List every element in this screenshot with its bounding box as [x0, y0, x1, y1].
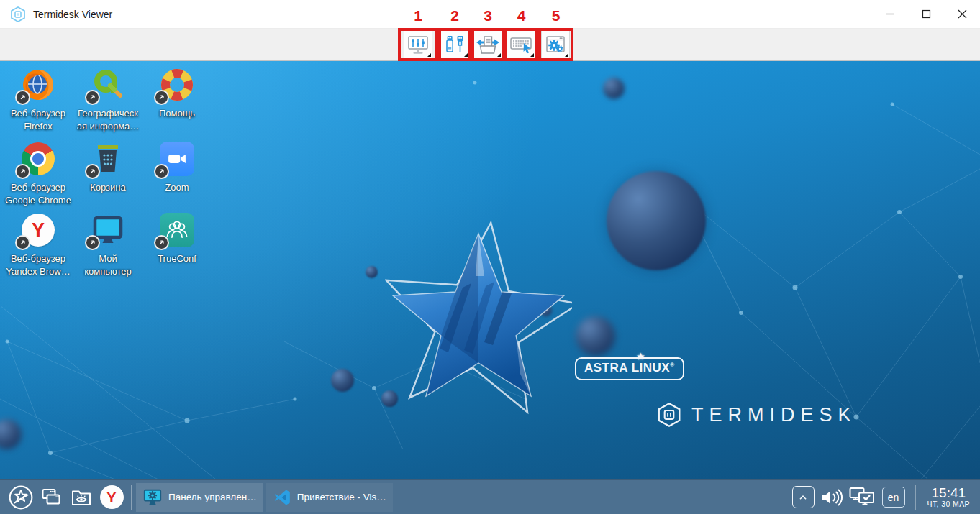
- termidesk-text: TERMIDESK: [691, 404, 857, 426]
- astra-star-graphic: [385, 201, 572, 439]
- task-label: Приветствие - Vis…: [297, 492, 386, 502]
- close-button[interactable]: [944, 0, 980, 28]
- astra-star-icon: ★: [637, 352, 645, 362]
- window-title: Termidesk Viewer: [33, 9, 112, 20]
- icon-label: Географическ: [77, 107, 140, 120]
- wallpaper-sphere: [576, 316, 615, 356]
- icon-label: TrueConf: [158, 252, 196, 265]
- icon-label: Веб-браузер: [6, 252, 70, 265]
- clock-date: ЧТ, 30 МАР: [927, 500, 970, 508]
- icon-label: Корзина: [90, 181, 126, 194]
- wallpaper-sphere: [331, 369, 354, 392]
- desktop-icon-trueconf[interactable]: TrueConf: [142, 212, 212, 265]
- desktop-icon-trash[interactable]: Корзина: [73, 141, 142, 194]
- task-vscode[interactable]: Приветствие - Vis…: [266, 483, 393, 512]
- termidesk-hexagon-icon: [656, 401, 682, 428]
- task-control-panel[interactable]: Панель управлен…: [136, 483, 263, 512]
- desktop-icon-my-computer[interactable]: Мойкомпьютер: [73, 212, 142, 278]
- speaker-icon: [820, 487, 843, 508]
- icon-label: Yandex Brow…: [6, 265, 70, 278]
- termidesk-watermark: TERMIDESK: [656, 401, 857, 428]
- icon-label: Google Chrome: [5, 194, 71, 207]
- tray-separator: [915, 485, 916, 510]
- astra-reg-mark: ®: [670, 362, 674, 368]
- usb-devices-button[interactable]: [440, 30, 469, 58]
- dropdown-caret-icon: [565, 53, 568, 57]
- dropdown-caret-icon: [464, 53, 468, 57]
- task-switcher-button[interactable]: [36, 482, 66, 513]
- wallpaper-sphere: [366, 266, 378, 278]
- wallpaper-sphere: [603, 78, 625, 99]
- clock-time: 15:41: [932, 486, 966, 500]
- desktop-icon-qgis[interactable]: Географическая информа…: [73, 67, 142, 133]
- close-icon: [958, 9, 967, 19]
- display-network-button[interactable]: [849, 486, 876, 508]
- desktop-icon-zoom[interactable]: Zoom: [142, 141, 212, 194]
- wallpaper-sphere-large: [607, 171, 706, 270]
- shortcut-arrow-badge: [15, 90, 30, 105]
- dropdown-caret-icon: [427, 53, 431, 57]
- icon-label: Firefox: [11, 120, 65, 133]
- termidesk-viewer-window: Termidesk Viewer: [0, 0, 980, 514]
- icon-label: Веб-браузер: [11, 107, 65, 120]
- file-manager-button[interactable]: [66, 482, 96, 513]
- windows-panels-icon: [39, 486, 63, 509]
- displays-check-icon: [849, 486, 876, 508]
- astra-linux-text: ASTRA LINUX: [584, 361, 670, 375]
- dropdown-caret-icon: [530, 53, 534, 57]
- chevron-up-icon: [795, 490, 811, 505]
- yandex-browser-taskbar-button[interactable]: Y: [96, 482, 127, 513]
- language-code: en: [888, 492, 899, 503]
- desktop-icon-help[interactable]: Помощь: [142, 67, 212, 120]
- display-settings-icon: [407, 33, 430, 56]
- keyboard-input-icon: [509, 33, 533, 56]
- shortcut-arrow-badge: [85, 235, 100, 250]
- start-menu-button[interactable]: [6, 482, 36, 513]
- minimize-button[interactable]: [872, 0, 908, 28]
- yandex-icon: Y: [100, 485, 124, 509]
- file-transfer-button[interactable]: [473, 30, 502, 58]
- keyboard-input-button[interactable]: [507, 30, 535, 58]
- session-settings-icon: [544, 33, 567, 56]
- icon-label: Мой: [84, 252, 132, 265]
- system-tray: en 15:41 ЧТ, 30 МАР: [792, 485, 974, 510]
- shortcut-arrow-badge: [85, 164, 100, 179]
- minimize-icon: [886, 9, 895, 19]
- session-settings-button[interactable]: [541, 30, 570, 58]
- taskbar-separator: [131, 485, 132, 510]
- volume-button[interactable]: [820, 487, 843, 508]
- usb-devices-icon: [443, 33, 466, 56]
- folder-eye-icon: [69, 486, 94, 509]
- shortcut-arrow-badge: [154, 164, 169, 179]
- desktop-icon-chrome[interactable]: Веб-браузерGoogle Chrome: [4, 141, 73, 207]
- desktop-icon-firefox[interactable]: Веб-браузерFirefox: [4, 67, 73, 133]
- icon-label: ая информа…: [77, 120, 140, 133]
- shortcut-arrow-badge: [154, 90, 169, 105]
- display-settings-button[interactable]: [404, 30, 432, 58]
- control-panel-icon: [142, 487, 163, 508]
- maximize-icon: [922, 9, 931, 19]
- clock[interactable]: 15:41 ЧТ, 30 МАР: [927, 486, 970, 509]
- shortcut-arrow-badge: [154, 235, 169, 250]
- taskbar: Y Панель управлен…: [0, 479, 980, 514]
- shortcut-arrow-badge: [15, 235, 30, 250]
- astra-start-icon: [8, 485, 34, 510]
- astra-linux-badge: ★ ASTRA LINUX®: [575, 357, 684, 380]
- dropdown-caret-icon: [497, 53, 501, 57]
- show-hidden-icons-button[interactable]: [792, 486, 815, 508]
- task-label: Панель управлен…: [168, 492, 257, 502]
- shortcut-arrow-badge: [85, 90, 100, 105]
- shortcut-arrow-badge: [15, 164, 30, 179]
- maximize-button[interactable]: [908, 0, 944, 28]
- title-bar: Termidesk Viewer: [0, 0, 980, 29]
- icon-label: Помощь: [159, 107, 195, 120]
- language-indicator[interactable]: en: [882, 487, 905, 508]
- icon-label: Zoom: [165, 181, 189, 194]
- icon-label: компьютер: [84, 265, 132, 278]
- desktop-icon-yandex[interactable]: Y Веб-браузерYandex Brow…: [4, 212, 73, 278]
- icon-label: Веб-браузер: [5, 181, 71, 194]
- file-transfer-icon: [476, 33, 500, 56]
- termidesk-app-icon: [9, 6, 27, 23]
- remote-desktop-area[interactable]: ★ ASTRA LINUX® TERMIDESK: [0, 61, 980, 479]
- vscode-icon: [273, 488, 291, 507]
